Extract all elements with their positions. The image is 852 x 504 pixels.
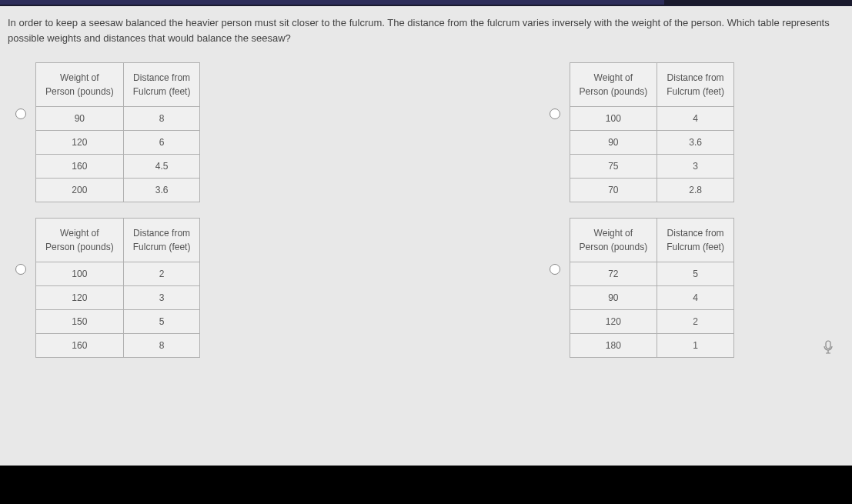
table-row: 908 <box>36 107 200 131</box>
table-b: Weight ofPerson (pounds) Distance fromFu… <box>570 62 734 202</box>
radio-a[interactable] <box>15 108 26 119</box>
radio-b[interactable] <box>550 108 560 119</box>
table-header-distance: Distance fromFulcrum (feet) <box>657 63 734 107</box>
table-header-weight: Weight ofPerson (pounds) <box>36 63 124 107</box>
option-a: Weight ofPerson (pounds) Distance fromFu… <box>15 62 303 202</box>
table-row: 1505 <box>36 310 200 334</box>
options-container: Weight ofPerson (pounds) Distance fromFu… <box>0 55 852 365</box>
table-row: 1202 <box>570 310 733 334</box>
question-text: In order to keep a seesaw balanced the h… <box>0 6 852 55</box>
bottom-bar <box>0 466 852 504</box>
table-row: 702.8 <box>570 179 733 202</box>
table-header-distance: Distance fromFulcrum (feet) <box>123 63 200 107</box>
table-header-distance: Distance fromFulcrum (feet) <box>657 219 734 262</box>
radio-c[interactable] <box>15 264 26 275</box>
table-row: 904 <box>570 286 733 310</box>
table-header-weight: Weight ofPerson (pounds) <box>570 219 657 262</box>
svg-rect-0 <box>826 341 830 349</box>
table-row: 1801 <box>570 334 733 358</box>
table-row: 1002 <box>36 262 200 286</box>
table-row: 1604.5 <box>36 155 200 179</box>
table-row: 1004 <box>570 107 733 131</box>
radio-d[interactable] <box>550 264 560 275</box>
progress-bar <box>0 0 664 5</box>
table-d: Weight ofPerson (pounds) Distance fromFu… <box>570 218 734 358</box>
table-row: 1203 <box>36 286 200 310</box>
table-header-weight: Weight ofPerson (pounds) <box>570 63 657 107</box>
table-header-weight: Weight ofPerson (pounds) <box>36 219 124 262</box>
table-a: Weight ofPerson (pounds) Distance fromFu… <box>35 62 200 202</box>
option-d: Weight ofPerson (pounds) Distance fromFu… <box>550 218 837 358</box>
table-row: 753 <box>570 155 733 179</box>
table-row: 903.6 <box>570 131 733 155</box>
table-row: 2003.6 <box>36 179 200 202</box>
top-bar <box>0 0 852 6</box>
option-c: Weight ofPerson (pounds) Distance fromFu… <box>15 218 303 358</box>
table-header-distance: Distance fromFulcrum (feet) <box>123 219 200 262</box>
table-c: Weight ofPerson (pounds) Distance fromFu… <box>35 218 200 358</box>
microphone-icon[interactable] <box>823 340 837 354</box>
option-b: Weight ofPerson (pounds) Distance fromFu… <box>550 62 837 202</box>
table-row: 1608 <box>36 334 200 358</box>
table-row: 1206 <box>36 131 200 155</box>
table-row: 725 <box>570 262 733 286</box>
